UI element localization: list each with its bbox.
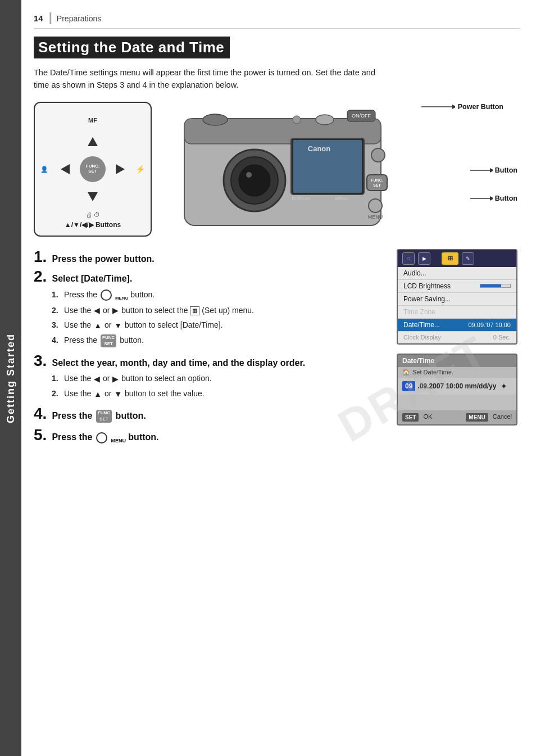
dt-cancel-label: Cancel	[493, 413, 512, 422]
menu-item-timezone[interactable]: Time Zone	[398, 306, 516, 319]
steps-area: 1. Press the power button. 2. Select [Da…	[34, 249, 520, 448]
step-1-num: 1.	[34, 249, 49, 265]
dt-subtitle: 🏠 Set Date/Time.	[398, 367, 516, 378]
dt-spacer	[398, 395, 516, 410]
step-2: 2. Select [Date/Time].	[34, 269, 385, 285]
menu-item-datetime[interactable]: Date/Time... 09.09.'07 10:00	[398, 319, 516, 332]
arrow-down-icon-3: ▼	[114, 320, 122, 332]
menu-screenshot: □ ▶ ⊞ ✎ Audio... LCD Brightness	[397, 249, 517, 345]
buttons-label: ▲/▼/◀/▶ Buttons	[65, 221, 121, 229]
step-4-title: Press the FUNCSET button.	[49, 410, 146, 423]
svg-point-15	[203, 114, 228, 125]
svg-marker-27	[490, 196, 493, 201]
arrow-right-icon-3: ▶	[112, 373, 119, 385]
step-1-title: Press the power button.	[49, 253, 155, 265]
arrow-up-icon	[88, 137, 98, 146]
dt-value-highlight[interactable]: 09	[402, 381, 415, 391]
step-3-title: Select the year, month, day and time, an…	[49, 357, 305, 369]
svg-marker-25	[490, 168, 493, 173]
step-3: 3. Select the year, month, day and time,…	[34, 353, 385, 369]
page-section: Preparations	[57, 14, 101, 23]
camera-image: Canon FUNC. SET MENU ON/OFF	[162, 102, 520, 237]
menu-item-clock[interactable]: Clock Display 0 Sec.	[398, 332, 516, 343]
sidebar: Getting Started	[0, 0, 21, 756]
callout-power-button: Power Button	[421, 103, 503, 111]
step-2-substeps: 1. Press the MENU button. 2. Use the ◀ o…	[52, 289, 385, 347]
svg-point-19	[293, 116, 301, 124]
menu-tab-4[interactable]: ✎	[462, 252, 474, 265]
dt-star-icon: ✦	[501, 382, 507, 391]
step-3-num: 3.	[34, 353, 49, 369]
mf-label: MF	[88, 117, 97, 124]
svg-text:ON/OFF: ON/OFF	[352, 113, 371, 119]
menu-circle-btn-5[interactable]	[96, 432, 107, 443]
print-icon: 🖨 ⏱	[86, 211, 100, 218]
step-2-title: Select [Date/Time].	[49, 273, 132, 285]
dt-cancel-btn[interactable]: MENU	[466, 413, 488, 422]
page-number: 14	[34, 13, 43, 23]
arrow-left-icon-3: ◀	[94, 373, 100, 385]
arrow-left-icon	[61, 164, 70, 174]
arrow-right-icon-2: ▶	[112, 305, 119, 316]
menu-item-power[interactable]: Power Saving...	[398, 293, 516, 306]
menu-body: Audio... LCD Brightness Power Saving... …	[398, 267, 516, 343]
func-set-label: FUNC.SET	[86, 164, 99, 174]
menu-tab-1[interactable]: □	[402, 252, 415, 265]
menu-circle-btn-1[interactable]	[101, 289, 112, 301]
diagram-area: MF 👤 ⚡ 🖨 ⏱ FUNC.SET ▲/▼/◀/▶ Buttons	[34, 102, 520, 237]
page-title: Setting the Date and Time	[34, 37, 230, 58]
callout-func-button: Button	[470, 166, 517, 174]
svg-point-5	[246, 172, 252, 178]
svg-rect-10	[367, 175, 387, 191]
arrow-left-icon-2: ◀	[94, 305, 100, 316]
step-4-num: 4.	[34, 406, 49, 422]
dt-rest: .09.2007 10:00 mm/dd/yy	[417, 382, 498, 390]
intro-text: The Date/Time settings menu will appear …	[34, 66, 382, 92]
svg-point-13	[369, 199, 382, 212]
step-3-substeps: 1. Use the ◀ or ▶ button to select an op…	[52, 373, 385, 400]
arrow-up-icon-3b: ▲	[94, 388, 102, 400]
sidebar-label: Getting Started	[5, 333, 17, 423]
face-icon: 👤	[40, 165, 48, 173]
lightning-icon: ⚡	[135, 165, 145, 174]
dt-value-row: 09 .09.2007 10:00 mm/dd/yy ✦	[398, 378, 516, 395]
steps-left: 1. Press the power button. 2. Select [Da…	[34, 249, 385, 448]
menu-item-audio[interactable]: Audio...	[398, 267, 516, 280]
dt-ok-btn[interactable]: SET	[402, 413, 419, 422]
steps-right: □ ▶ ⊞ ✎ Audio... LCD Brightness	[397, 249, 520, 448]
step-5: 5. Press the MENU button.	[34, 427, 385, 445]
dt-title: Date/Time	[398, 355, 516, 367]
arrow-up-icon-3: ▲	[94, 320, 102, 332]
datetime-screenshot: Date/Time 🏠 Set Date/Time. 09 .09.2007 1…	[397, 354, 517, 425]
menu-tab-2[interactable]: ▶	[418, 252, 430, 265]
step-2-sub-4: 4. Press the FUNCSET button.	[52, 334, 385, 347]
arrow-down-icon	[88, 192, 98, 201]
callout-menu-button: Button	[470, 194, 517, 202]
page-header: 14 | Preparations	[34, 10, 520, 29]
func-set-center[interactable]: FUNC.SET	[80, 156, 106, 182]
step-4: 4. Press the FUNCSET button.	[34, 406, 385, 423]
dt-ok-label: OK	[423, 413, 432, 422]
svg-text:DISPLAY: DISPLAY	[292, 196, 311, 201]
dt-footer: SET OK MENU Cancel	[398, 410, 516, 424]
calendar-icon: 🏠	[402, 369, 410, 376]
menu-header: □ ▶ ⊞ ✎	[398, 250, 516, 267]
camera-svg: Canon FUNC. SET MENU ON/OFF	[162, 102, 398, 237]
controls-box: MF 👤 ⚡ 🖨 ⏱ FUNC.SET ▲/▼/◀/▶ Buttons	[34, 102, 152, 237]
step-5-num: 5.	[34, 427, 49, 443]
callout-func-label: Button	[495, 166, 517, 174]
svg-text:Canon: Canon	[308, 144, 331, 153]
svg-text:MENU: MENU	[335, 196, 348, 201]
svg-point-4	[239, 165, 270, 196]
menu-item-lcd[interactable]: LCD Brightness	[398, 280, 516, 293]
callout-menu-label: Button	[495, 194, 517, 202]
svg-text:MENU: MENU	[368, 214, 383, 220]
menu-tab-active[interactable]: ⊞	[442, 252, 458, 265]
svg-point-9	[371, 148, 385, 162]
func-set-btn-2-4[interactable]: FUNCSET	[101, 334, 116, 347]
step-5-title: Press the MENU button.	[49, 431, 159, 445]
main-content: DRAFT 14 | Preparations Setting the Date…	[21, 0, 536, 756]
setup-icon: ⊞	[190, 306, 199, 315]
step-3-sub-1: 1. Use the ◀ or ▶ button to select an op…	[52, 373, 385, 385]
func-set-btn-4[interactable]: FUNCSET	[96, 410, 112, 423]
